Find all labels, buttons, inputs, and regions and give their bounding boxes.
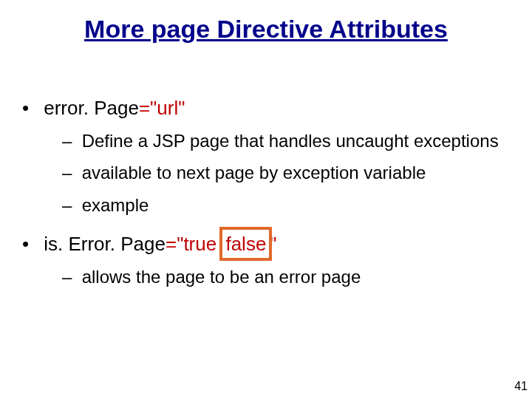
slide-title: More page Directive Attributes (0, 15, 532, 44)
dash-icon: – (62, 127, 77, 154)
bullet-error-page: • error. Page="url" (22, 93, 510, 123)
slide-body: • error. Page="url" – Define a JSP page … (22, 89, 510, 295)
dash-icon: – (62, 159, 77, 186)
bullet-dot-icon: • (22, 229, 38, 259)
bullet-dot-icon: • (22, 93, 38, 123)
slide: More page Directive Attributes • error. … (0, 0, 532, 399)
sub-bullet-text: allows the page to be an error page (82, 267, 361, 287)
attr-name: error. Page (44, 97, 139, 119)
page-number: 41 (514, 380, 528, 393)
dash-icon: – (62, 263, 77, 290)
dash-icon: – (62, 191, 77, 219)
sub-bullet: – allows the page to be an error page (62, 263, 510, 290)
sub-bullet-text: Define a JSP page that handles uncaught … (82, 131, 499, 151)
sub-bullet-text: available to next page by exception vari… (82, 163, 426, 183)
sub-bullet-text: example (82, 195, 149, 215)
sub-bullet: – Define a JSP page that handles uncaugh… (62, 127, 510, 154)
bullet-is-error-page: • is. Error. Page="true false" (22, 229, 510, 259)
sub-bullet: – example (62, 191, 510, 219)
attr-name: is. Error. Page (44, 233, 166, 255)
attr-assignment: ="url" (139, 97, 185, 119)
emphasized-value-false: false (222, 229, 270, 259)
sub-bullet: – available to next page by exception va… (62, 159, 510, 186)
attr-assignment: ="true false" (166, 233, 277, 255)
